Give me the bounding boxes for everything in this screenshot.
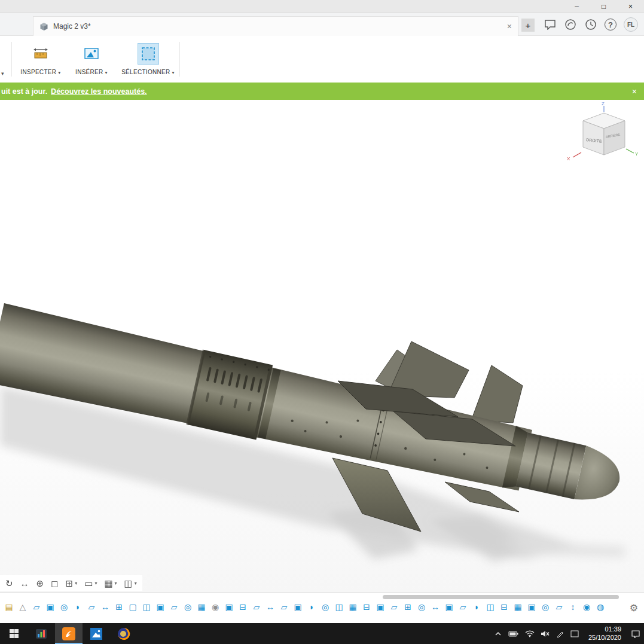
timeline-feature-extrude-icon[interactable]: ▣ bbox=[45, 602, 56, 612]
banner-close-icon[interactable]: × bbox=[632, 87, 637, 96]
timeline-feature-extrude-icon[interactable]: ▣ bbox=[526, 602, 537, 612]
timeline-feature-sketch-icon[interactable]: ▱ bbox=[554, 602, 564, 612]
insert-image-icon[interactable] bbox=[81, 43, 102, 65]
start-button[interactable] bbox=[0, 623, 28, 644]
select-box-icon[interactable] bbox=[138, 43, 159, 65]
toolbar-label-inspecter[interactable]: INSPECTER▾ bbox=[17, 69, 65, 75]
timeline-feature-hole-icon[interactable]: ◎ bbox=[182, 602, 193, 612]
timeline-feature-pattern-icon[interactable]: ▦ bbox=[512, 602, 523, 612]
battery-icon[interactable] bbox=[508, 630, 519, 637]
timeline-feature-shell-icon[interactable]: ▢ bbox=[127, 602, 138, 612]
timeline-feature-hole-icon[interactable]: ◎ bbox=[59, 602, 69, 612]
timeline-feature-cut-icon[interactable]: ⊟ bbox=[499, 602, 509, 612]
taskbar-app-photos-app[interactable] bbox=[83, 623, 110, 644]
missile-seeker-section[interactable] bbox=[516, 433, 587, 499]
timeline-feature-move-icon[interactable]: ↔ bbox=[265, 602, 276, 612]
timeline-feature-mesh-icon[interactable]: △ bbox=[17, 602, 28, 612]
taskbar-app-fusion-360[interactable] bbox=[55, 623, 83, 644]
timeline-feature-mirror-icon[interactable]: ◫ bbox=[485, 602, 496, 612]
timeline-feature-hole-icon[interactable]: ◎ bbox=[320, 602, 331, 612]
cropped-dropdown-caret-icon[interactable]: ▾ bbox=[1, 71, 4, 77]
timeline-feature-pattern-icon[interactable]: ▦ bbox=[347, 602, 358, 612]
photos-app-icon bbox=[90, 627, 103, 640]
caret-down-icon: ▾ bbox=[115, 581, 117, 586]
timeline-feature-extrude-icon[interactable]: ▣ bbox=[292, 602, 303, 612]
3d-viewport[interactable]: DROITE ARRIÈRE X Y Z ↻↔⊕◻⊞▾▭▾▦▾◫▾ bbox=[0, 100, 644, 592]
timeline-feature-align-icon[interactable]: ↕ bbox=[567, 602, 578, 612]
measure-icon[interactable] bbox=[30, 43, 51, 65]
toolbar-label-selectionner[interactable]: SÉLECTIONNER▾ bbox=[120, 69, 176, 75]
timeline-feature-extrude-icon[interactable]: ▣ bbox=[444, 602, 454, 612]
timeline-feature-combine-icon[interactable]: ⊞ bbox=[402, 602, 413, 612]
timeline-feature-move-icon[interactable]: ↔ bbox=[100, 602, 111, 612]
timeline-feature-hole-icon[interactable]: ◎ bbox=[540, 602, 551, 612]
timeline-feature-extrude-icon[interactable]: ▣ bbox=[224, 602, 234, 612]
help-icon[interactable]: ? bbox=[605, 19, 616, 30]
pen-icon[interactable] bbox=[556, 630, 564, 638]
fit-view-tool[interactable]: ◻ bbox=[48, 578, 61, 588]
document-tab[interactable]: Magic 2 v3* × bbox=[33, 16, 518, 36]
version-history-icon[interactable] bbox=[584, 18, 597, 31]
comments-icon[interactable] bbox=[544, 18, 557, 31]
volume-muted-icon[interactable] bbox=[541, 630, 550, 637]
timeline-feature-cut-icon[interactable]: ⊟ bbox=[237, 602, 248, 612]
toolbar-label-inserer[interactable]: INSÉRER▾ bbox=[71, 69, 112, 75]
timeline-feature-pattern-icon[interactable]: ▦ bbox=[196, 602, 207, 612]
timeline-feature-joint-icon[interactable]: ◉ bbox=[581, 602, 592, 612]
timeline-feature-hole-icon[interactable]: ◎ bbox=[416, 602, 427, 612]
timeline-feature-fillet-icon[interactable]: ◗ bbox=[72, 602, 83, 612]
banner-whats-new-link[interactable]: Découvrez les nouveautés. bbox=[51, 87, 146, 96]
taskbar-clock[interactable]: 01:39 25/10/2020 bbox=[588, 625, 621, 642]
timeline-feature-sketch-icon[interactable]: ▱ bbox=[169, 602, 179, 612]
viewport-3d-scene[interactable]: DROITE ARRIÈRE X Y Z bbox=[0, 100, 644, 592]
timeline-feature-joint-icon[interactable]: ◉ bbox=[210, 602, 221, 612]
timeline-feature-sketch-icon[interactable]: ▱ bbox=[389, 602, 399, 612]
wifi-icon[interactable] bbox=[525, 630, 535, 637]
viewcube[interactable]: DROITE ARRIÈRE X Y Z bbox=[567, 101, 639, 161]
timeline-feature-fillet-icon[interactable]: ◗ bbox=[306, 602, 317, 612]
toolbar-group-insert[interactable]: INSÉRER▾ bbox=[71, 43, 112, 75]
timeline-settings-gear-icon[interactable]: ⚙ bbox=[630, 602, 638, 614]
timeline-feature-mirror-icon[interactable]: ◫ bbox=[334, 602, 344, 612]
grid-and-snaps[interactable]: ▦▾ bbox=[101, 578, 120, 588]
timeline-feature-extrude-icon[interactable]: ▣ bbox=[375, 602, 386, 612]
zoom-tool[interactable]: ⊕ bbox=[33, 578, 47, 588]
window-close-button[interactable]: × bbox=[617, 0, 644, 13]
hidden-icons-chevron-icon[interactable] bbox=[494, 630, 502, 637]
axis-z-label: Z bbox=[602, 101, 605, 106]
taskbar-app-media-app[interactable] bbox=[28, 623, 55, 644]
timeline-scrollbar[interactable] bbox=[383, 595, 619, 599]
action-center-icon[interactable] bbox=[631, 630, 640, 638]
document-title: Magic 2 v3* bbox=[53, 22, 91, 30]
timeline-feature-plane-icon[interactable]: ▱ bbox=[251, 602, 262, 612]
timeline-feature-cut-icon[interactable]: ⊟ bbox=[361, 602, 372, 612]
window-maximize-button[interactable]: □ bbox=[590, 0, 617, 13]
window-minimize-button[interactable]: – bbox=[563, 0, 590, 13]
user-avatar[interactable]: FL bbox=[624, 17, 638, 32]
orbit-tool[interactable]: ↻ bbox=[2, 578, 16, 588]
timeline-feature-extrude-icon[interactable]: ▣ bbox=[155, 602, 166, 612]
timeline-feature-combine-icon[interactable]: ⊞ bbox=[114, 602, 124, 612]
display-settings[interactable]: ▭▾ bbox=[81, 578, 100, 588]
timeline-feature-plane-icon[interactable]: ▱ bbox=[457, 602, 468, 612]
zoom-window-tool[interactable]: ⊞▾ bbox=[63, 578, 81, 588]
missile-fin-upper-front[interactable] bbox=[471, 365, 523, 423]
timeline-feature-move-icon[interactable]: ↔ bbox=[430, 602, 441, 612]
pan-tool[interactable]: ↔ bbox=[17, 578, 32, 588]
timeline-feature-plane-icon[interactable]: ▱ bbox=[86, 602, 97, 612]
timeline-feature-mirror-icon[interactable]: ◫ bbox=[141, 602, 152, 612]
new-tab-button[interactable]: + bbox=[521, 19, 535, 32]
notification-icon[interactable] bbox=[570, 630, 579, 637]
timeline-feature-sketch-icon[interactable]: ▱ bbox=[31, 602, 42, 612]
timeline-feature-appearance-icon[interactable]: ◍ bbox=[595, 602, 606, 612]
job-status-icon[interactable] bbox=[564, 18, 577, 31]
clock-icon bbox=[585, 19, 597, 30]
tab-close-icon[interactable]: × bbox=[507, 22, 512, 30]
viewports[interactable]: ◫▾ bbox=[121, 578, 140, 588]
taskbar-app-firefox[interactable] bbox=[110, 623, 138, 644]
timeline-feature-canvas-icon[interactable]: ▤ bbox=[4, 602, 14, 612]
timeline-feature-fillet-icon[interactable]: ◗ bbox=[471, 602, 482, 612]
timeline-feature-sketch-icon[interactable]: ▱ bbox=[279, 602, 289, 612]
toolbar-group-select[interactable]: SÉLECTIONNER▾ bbox=[120, 43, 176, 75]
toolbar-group-inspect[interactable]: INSPECTER▾ bbox=[17, 43, 65, 75]
